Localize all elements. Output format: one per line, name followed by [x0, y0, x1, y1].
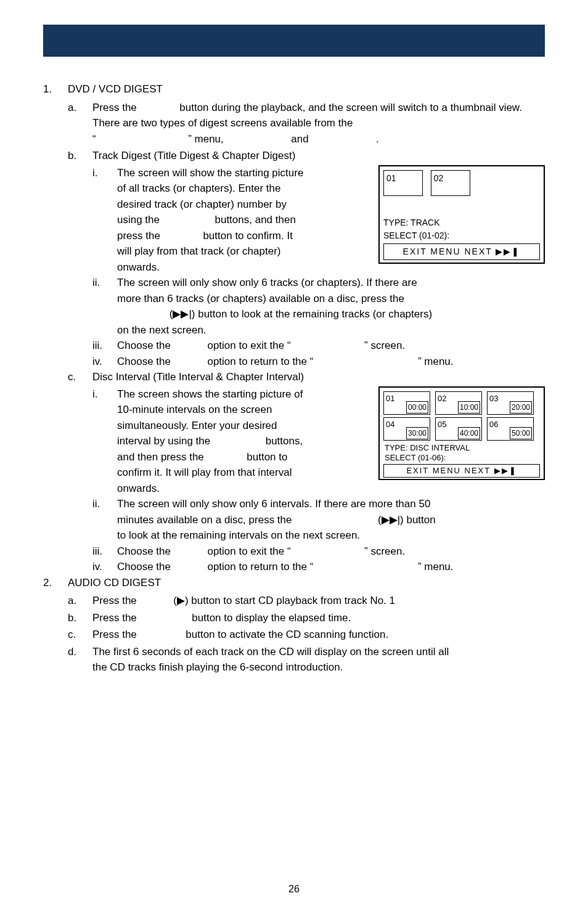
t: Press the: [92, 629, 137, 640]
text: The first 6 seconds of each track on the…: [92, 644, 545, 675]
t: 30:00: [406, 427, 428, 439]
t: The first 6 seconds of each track on the…: [92, 646, 449, 658]
figure-disc-interval: 01 00:00 02 10:00 03 20:00 04 30: [378, 386, 545, 480]
body-text: 1. DVD / VCD DIGEST a. Press the button …: [43, 81, 545, 675]
t: button to confirm. It: [203, 230, 293, 242]
t: The screen shows the starting picture of: [117, 388, 303, 400]
t: on the next screen.: [117, 324, 206, 336]
fig-select: SELECT (01-06):: [385, 453, 539, 463]
text: Choose the option to return to the “ ” m…: [117, 354, 545, 370]
fig-menu: EXIT MENU NEXT ▶▶❚: [406, 466, 517, 475]
t: ” menu,: [188, 133, 224, 145]
t: ” menu.: [418, 356, 454, 367]
page: 1. DVD / VCD DIGEST a. Press the button …: [0, 0, 588, 909]
t: Choose the: [117, 561, 171, 573]
item-1b-title: b. Track Digest (Title Digest & Chapter …: [43, 148, 545, 164]
t: 10-minute intervals on the screen: [117, 404, 272, 415]
num-1: 1.: [43, 81, 68, 97]
t: option to exit the “: [207, 545, 290, 557]
t: simultaneously. Enter your desired: [117, 420, 277, 431]
num-ii: ii.: [92, 496, 117, 512]
fig-cell-02: 02: [431, 170, 470, 196]
item-2a: a. Press the (▶) button to start CD play…: [43, 593, 545, 609]
text: Press the button to activate the CD scan…: [92, 627, 545, 643]
t: ” screen.: [364, 545, 405, 557]
t: using the: [117, 214, 160, 226]
letter-d: d.: [68, 644, 92, 660]
t: and: [291, 133, 308, 145]
t: to look at the remaining intervals on th…: [117, 529, 360, 541]
t: 40:00: [458, 427, 480, 439]
section-2-title: AUDIO CD DIGEST: [68, 575, 545, 591]
num-iv: iv.: [92, 354, 117, 370]
page-number: 26: [0, 882, 588, 897]
text: The screen will only show only 6 interva…: [117, 496, 545, 544]
num-ii: ii.: [92, 275, 117, 291]
num-iii: iii.: [92, 544, 117, 560]
item-1a: a. Press the button during the playback,…: [43, 100, 545, 147]
n: 03: [489, 393, 498, 405]
t: Press the: [92, 595, 137, 606]
num-i: i.: [92, 165, 117, 181]
text: Choose the option to exit the “ ” screen…: [117, 338, 545, 354]
t: confirm it. It will play from that inter…: [117, 467, 292, 478]
t: 20:00: [510, 401, 532, 414]
t: Choose the: [117, 356, 171, 367]
letter-b: b.: [68, 148, 92, 164]
t: option to return to the “: [207, 356, 313, 367]
int-cell-04: 04 30:00: [383, 417, 430, 441]
item-1c-iii: iii. Choose the option to exit the “ ” s…: [92, 544, 545, 560]
t: button to: [247, 451, 287, 463]
item-1c-title: c. Disc Interval (Title Interval & Chapt…: [43, 369, 545, 385]
header-bar: [43, 25, 545, 57]
item-1a-text: Press the button during the playback, an…: [92, 100, 545, 147]
t: 50:00: [510, 427, 532, 439]
item-1b-i: i. The screen will show the starting pic…: [92, 165, 371, 275]
t: of all tracks (or chapters). Enter the: [117, 182, 281, 194]
t: 00:00: [406, 401, 428, 414]
int-cell-03: 03 20:00: [487, 391, 534, 415]
fig-menu: EXIT MENU NEXT ▶▶❚: [403, 247, 521, 256]
t: Press the: [92, 612, 137, 624]
int-cell-05: 05 40:00: [435, 417, 482, 441]
int-cell-06: 06 50:00: [487, 417, 534, 441]
t: The screen will only show only 6 interva…: [117, 498, 430, 510]
n: 04: [386, 418, 394, 431]
n: 05: [438, 418, 446, 431]
section-1-title: DVD / VCD DIGEST: [68, 81, 545, 97]
text: Press the button to display the elapsed …: [92, 610, 545, 626]
t: button to display the elapsed time.: [192, 612, 351, 624]
t: ” menu.: [418, 561, 454, 573]
t: The screen will only show only 6 tracks …: [117, 277, 417, 288]
t: Choose the: [117, 340, 171, 351]
t: buttons,: [266, 435, 303, 447]
text: Choose the option to return to the “ ” m…: [117, 559, 545, 575]
text: The screen will only show only 6 tracks …: [117, 275, 545, 338]
t: the CD tracks finish playing the 6-secon…: [92, 661, 343, 673]
t: 10:00: [458, 401, 480, 414]
letter-c: c.: [68, 369, 92, 385]
letter-a: a.: [68, 100, 92, 116]
item-1b-body: 01 02 TYPE: TRACK SELECT (01-02): EXIT M…: [43, 165, 545, 275]
num-iv: iv.: [92, 559, 117, 575]
int-cell-02: 02 10:00: [435, 391, 482, 415]
section-2: 2. AUDIO CD DIGEST: [43, 575, 545, 591]
t: The screen will show the starting pictur…: [117, 167, 303, 179]
t: “: [92, 133, 96, 145]
item-1c-body: 01 00:00 02 10:00 03 20:00 04 30: [43, 386, 545, 497]
t: minutes available on a disc, press the: [117, 514, 292, 526]
int-cell-01: 01 00:00: [383, 391, 430, 415]
t: Press the: [92, 102, 137, 113]
item-2d: d. The first 6 seconds of each track on …: [43, 644, 545, 675]
fig-cell-01: 01: [383, 170, 423, 196]
item-1b-title-text: Track Digest (Title Digest & Chapter Dig…: [92, 148, 545, 164]
item-1c-i: i. The screen shows the starting picture…: [92, 386, 371, 497]
n: 06: [489, 418, 498, 431]
letter-b: b.: [68, 610, 92, 626]
item-2b: b. Press the button to display the elaps…: [43, 610, 545, 626]
t: Choose the: [117, 545, 171, 557]
t: (▶) button to start CD playback from tra…: [173, 595, 395, 606]
item-2c: c. Press the button to activate the CD s…: [43, 627, 545, 643]
t: onwards.: [117, 483, 160, 494]
t: .: [376, 133, 379, 145]
